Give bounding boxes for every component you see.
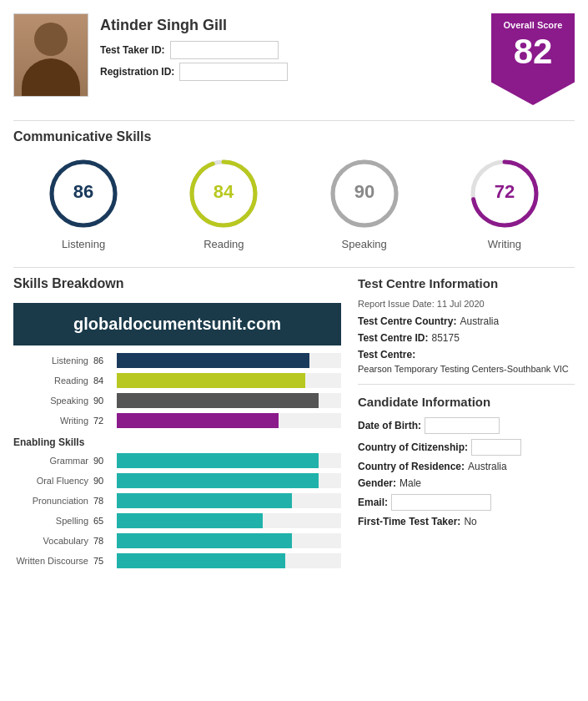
skills-breakdown-title: Skills Breakdown <box>13 276 341 291</box>
reading-circle-svg: 84 <box>186 156 261 231</box>
bottom-section: Skills Breakdown globaldocumentsunit.com… <box>13 276 575 573</box>
overall-score-label: Overall Score <box>504 20 563 31</box>
speaking-circle-svg: 90 <box>327 156 402 231</box>
listening-circle-svg: 86 <box>46 156 121 231</box>
dob-row: Date of Birth: <box>358 417 575 434</box>
bar-row-grammar: Grammar 90 <box>13 453 341 468</box>
gender-row: Gender: Male <box>358 477 575 489</box>
bar-fill-reading <box>117 373 305 388</box>
bar-container-grammar <box>117 453 341 468</box>
candidate-info-title: Candidate Information <box>358 395 575 409</box>
skills-divider <box>13 267 575 268</box>
speaking-label: Speaking <box>342 238 387 250</box>
bar-container-vocabulary <box>117 533 341 548</box>
bar-fill-writing <box>117 413 279 428</box>
bar-label-pronunciation: Pronunciation <box>13 496 88 506</box>
email-row: Email: <box>358 494 575 511</box>
first-time-value: No <box>464 516 476 527</box>
citizenship-row: Country of Citizenship: <box>358 439 575 456</box>
bar-value-oral-fluency: 90 <box>93 476 112 486</box>
bar-fill-spelling <box>117 513 263 528</box>
bar-label-speaking: Speaking <box>13 396 88 406</box>
bar-container-listening <box>117 353 341 368</box>
bar-label-spelling: Spelling <box>13 516 88 526</box>
bar-row-pronunciation: Pronunciation 78 <box>13 493 341 508</box>
header-divider <box>13 120 575 121</box>
bar-row-spelling: Spelling 65 <box>13 513 341 528</box>
header-section: Atinder Singh Gill Test Taker ID: Regist… <box>13 13 575 105</box>
bar-label-reading: Reading <box>13 376 88 386</box>
skills-circles-container: 86 Listening 84 Reading 90 Speaking <box>13 156 575 250</box>
report-date-value: 11 Jul 2020 <box>437 299 485 309</box>
svg-text:72: 72 <box>495 181 515 202</box>
bar-container-pronunciation <box>117 493 341 508</box>
gender-value: Male <box>400 477 421 489</box>
bar-fill-listening <box>117 353 309 368</box>
listening-label: Listening <box>62 238 105 250</box>
registration-label: Registration ID: <box>100 66 174 78</box>
gender-label: Gender: <box>358 477 396 489</box>
bar-row-oral-fluency: Oral Fluency 90 <box>13 473 341 488</box>
bar-value-spelling: 65 <box>93 516 112 526</box>
registration-row: Registration ID: <box>100 63 288 81</box>
centre-name-value: Pearson Temporary Testing Centers-Southb… <box>358 364 569 374</box>
centre-name-label: Test Centre: <box>358 349 415 361</box>
bar-container-spelling <box>117 513 341 528</box>
skill-writing: 72 Writing <box>467 156 542 250</box>
first-time-label: First-Time Test Taker: <box>358 516 460 527</box>
bar-container-writing <box>117 413 341 428</box>
dob-label: Date of Birth: <box>358 420 421 431</box>
report-date-label: Report Issue Date: <box>358 299 435 309</box>
bar-container-speaking <box>117 393 341 408</box>
email-label: Email: <box>358 497 388 508</box>
bar-row-reading: Reading 84 <box>13 373 341 388</box>
bar-fill-oral-fluency <box>117 473 319 488</box>
bar-value-grammar: 90 <box>93 456 112 466</box>
bar-label-listening: Listening <box>13 356 88 366</box>
watermark-text: globaldocumentsunit.com <box>73 315 281 333</box>
test-centre-country-row: Test Centre Country: Australia <box>358 315 575 327</box>
bar-label-writing: Writing <box>13 416 88 426</box>
first-time-row: First-Time Test Taker: No <box>358 516 575 527</box>
report-date-line: Report Issue Date: 11 Jul 2020 <box>358 299 575 309</box>
avatar <box>13 13 88 97</box>
residence-label: Country of Residence: <box>358 461 465 472</box>
communicative-skills-section: Communicative Skills 86 Listening 84 Rea… <box>13 129 575 250</box>
enabling-bars: Grammar 90 Oral Fluency 90 Pronunciation… <box>13 453 341 568</box>
registration-input[interactable] <box>179 63 288 81</box>
residence-value: Australia <box>468 461 507 472</box>
citizenship-input[interactable] <box>471 439 521 456</box>
bar-fill-vocabulary <box>117 533 292 548</box>
bar-container-reading <box>117 373 341 388</box>
bar-label-oral-fluency: Oral Fluency <box>13 476 88 486</box>
bar-value-reading: 84 <box>93 376 112 386</box>
main-bars: Listening 86 Reading 84 Speaking 90 <box>13 353 341 428</box>
dob-input[interactable] <box>425 417 500 434</box>
email-input[interactable] <box>391 494 491 511</box>
bar-value-written-discourse: 75 <box>93 556 112 566</box>
citizenship-label: Country of Citizenship: <box>358 441 468 453</box>
bar-container-written-discourse <box>117 553 341 568</box>
candidate-header-left: Atinder Singh Gill Test Taker ID: Regist… <box>13 13 288 97</box>
bar-fill-speaking <box>117 393 319 408</box>
skill-speaking: 90 Speaking <box>327 156 402 250</box>
test-centre-id-row: Test Centre ID: 85175 <box>358 332 575 344</box>
bar-label-grammar: Grammar <box>13 456 88 466</box>
candidate-info-header: Atinder Singh Gill Test Taker ID: Regist… <box>100 13 288 84</box>
skills-breakdown-col: Skills Breakdown globaldocumentsunit.com… <box>13 276 341 573</box>
test-taker-input[interactable] <box>170 41 279 59</box>
right-info-col: Test Centre Information Report Issue Dat… <box>358 276 575 573</box>
bar-row-listening: Listening 86 <box>13 353 341 368</box>
country-label: Test Centre Country: <box>358 315 456 327</box>
bar-value-listening: 86 <box>93 356 112 366</box>
candidate-divider <box>358 384 575 385</box>
centre-id-value: 85175 <box>431 332 459 344</box>
test-taker-row: Test Taker ID: <box>100 41 288 59</box>
bar-fill-written-discourse <box>117 553 285 568</box>
bar-label-written-discourse: Written Discourse <box>13 556 88 566</box>
bar-row-writing: Writing 72 <box>13 413 341 428</box>
bar-value-vocabulary: 78 <box>93 536 112 546</box>
bar-container-oral-fluency <box>117 473 341 488</box>
skill-reading: 84 Reading <box>186 156 261 250</box>
bar-row-vocabulary: Vocabulary 78 <box>13 533 341 548</box>
